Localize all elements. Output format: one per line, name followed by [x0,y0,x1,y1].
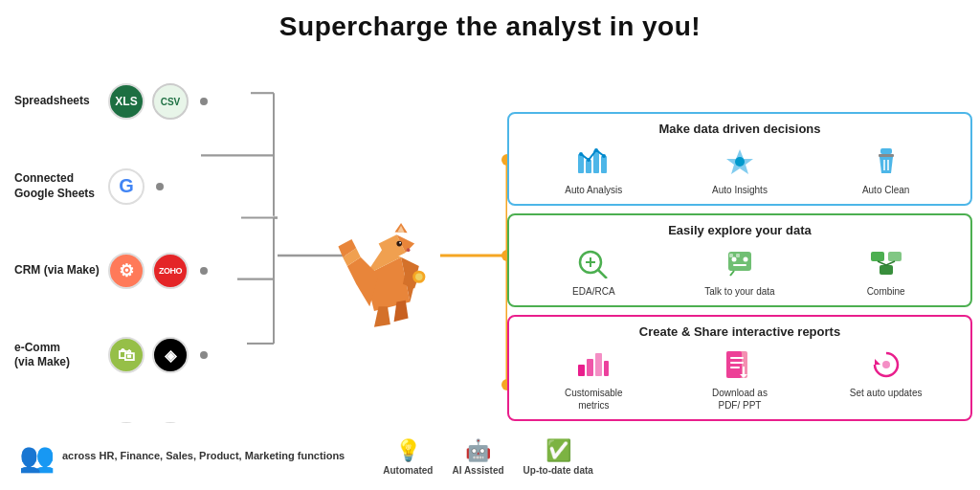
feature-box-reports: Create & Share interactive reports Custo… [507,315,972,421]
source-google-sheets: ConnectedGoogle Sheets G [14,168,278,205]
svg-point-44 [602,154,606,158]
combine-label: Combine [867,285,905,298]
feature-item-eda: EDA/RCA [555,245,632,298]
svg-rect-60 [729,254,733,257]
feature-box-title-decisions: Make data driven decisions [521,122,959,136]
svg-rect-58 [733,264,746,266]
uptodate-icon: ✅ [546,438,571,463]
sources-panel: Spreadsheets XLS CSV ConnectedGoogle She… [0,50,278,482]
svg-point-42 [587,158,590,162]
svg-point-27 [399,242,401,244]
automated-label: Automated [383,465,433,476]
talk-data-label: Talk to your data [704,285,774,298]
svg-rect-72 [726,351,742,378]
svg-point-16 [501,154,507,166]
svg-rect-73 [730,357,744,359]
svg-point-56 [731,256,736,261]
svg-point-57 [743,256,747,261]
svg-point-17 [501,250,507,261]
svg-line-65 [878,261,886,265]
ai-icon: 🤖 [465,438,491,463]
svg-rect-74 [730,362,744,364]
svg-rect-69 [595,353,602,376]
right-panel: Make data driven decisions [507,50,980,482]
feature-icons-explore: EDA/RCA Talk to you [521,245,959,298]
svg-rect-47 [880,148,892,154]
page-title: Supercharge the analyst in you! [0,0,980,50]
auto-clean-label: Auto Clean [862,184,909,196]
feature-box-explore: Easily explore your data EDA/RCA [507,213,972,307]
svg-line-52 [598,270,607,278]
badge-uptodate: ✅ Up-to-date data [523,438,593,476]
source-crm: CRM (via Make) ⚙ ZOHO [14,253,278,289]
people-icon: 👥 [19,440,55,474]
eda-icon [573,245,613,281]
csv-icon: CSV [152,83,189,120]
svg-point-79 [882,361,890,368]
squirrel-mascot [325,194,450,338]
svg-point-41 [579,152,583,156]
metrics-label: Customisable metrics [555,387,632,412]
connector-dot-spreadsheets [200,98,208,105]
source-label-crm: CRM (via Make) [14,263,100,278]
badge-ai: 🤖 AI Assisted [452,438,503,476]
svg-rect-61 [736,254,740,257]
eda-label: EDA/RCA [572,285,614,298]
feature-item-talk-data: Talk to your data [702,245,778,298]
svg-rect-75 [730,367,740,368]
feature-box-title-reports: Create & Share interactive reports [521,324,959,339]
feature-box-title-explore: Easily explore your data [521,223,959,237]
auto-updates-icon [866,346,906,383]
svg-line-66 [886,261,895,265]
auto-insights-label: Auto Insights [712,184,768,196]
auto-analysis-icon [573,144,613,180]
ai-label: AI Assisted [452,465,503,476]
svg-rect-67 [578,365,585,376]
feature-item-auto-updates: Set auto updates [848,346,924,399]
connector-dot-ecomm [200,351,208,359]
google-icon: G [108,168,145,205]
svg-rect-70 [604,361,609,376]
feature-icons-decisions: Auto Analysis Auto Insights [521,144,959,196]
svg-rect-68 [587,359,593,376]
auto-insights-icon [720,144,760,180]
svg-line-59 [730,271,734,276]
combine-icon [866,245,906,281]
svg-point-34 [415,274,423,281]
zoho-icon: ZOHO [152,253,189,289]
svg-rect-64 [880,265,893,275]
bottom-left-section: 👥 across HR, Finance, Sales, Product, Ma… [19,440,345,474]
svg-point-18 [501,379,507,390]
svg-point-43 [594,148,598,152]
source-label-ecomm: e-Comm(via Make) [14,341,100,370]
source-spreadsheets: Spreadsheets XLS CSV [14,83,278,120]
feature-item-combine: Combine [848,245,924,298]
svg-rect-38 [586,160,591,173]
talk-data-icon [720,245,760,281]
auto-analysis-label: Auto Analysis [565,184,622,196]
svg-rect-62 [871,252,884,261]
download-icon [720,346,760,383]
badge-automated: 💡 Automated [383,438,433,476]
feature-item-auto-insights: Auto Insights [702,144,778,196]
bottom-tagline: across HR, Finance, Sales, Product, Mark… [62,449,345,463]
svg-marker-78 [875,359,880,365]
source-label-spreadsheets: Spreadsheets [14,94,100,109]
svg-rect-63 [888,252,902,261]
shopify-icon: 🛍 [108,337,145,373]
auto-clean-icon [866,144,906,180]
svg-rect-40 [601,156,607,173]
feature-item-download: Download as PDF/ PPT [702,346,778,412]
automated-icon: 💡 [395,438,421,463]
xls-icon: XLS [108,83,145,120]
source-ecomm: e-Comm(via Make) 🛍 ◈ [14,337,278,373]
svg-rect-48 [879,154,894,157]
connector-dot-crm [200,267,208,275]
center-panel [278,50,507,482]
svg-point-46 [735,157,745,167]
download-label: Download as PDF/ PPT [702,387,778,412]
feature-item-auto-analysis: Auto Analysis [555,144,632,196]
svg-point-26 [396,241,402,247]
metrics-icon [573,346,613,383]
bottom-bar: 👥 across HR, Finance, Sales, Product, Ma… [0,423,651,490]
